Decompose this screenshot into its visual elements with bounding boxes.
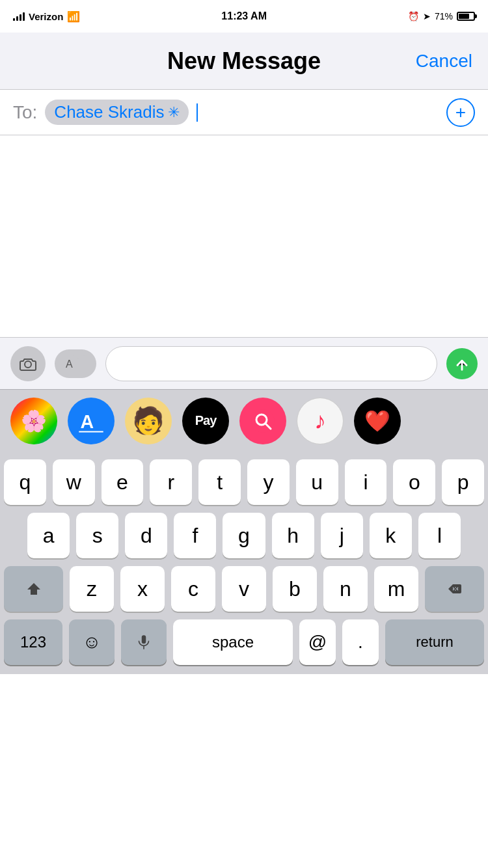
app-appstore-button[interactable]: A bbox=[68, 398, 115, 444]
key-c[interactable]: c bbox=[171, 566, 215, 612]
key-l[interactable]: l bbox=[418, 513, 461, 558]
message-input[interactable] bbox=[115, 355, 427, 373]
key-h[interactable]: h bbox=[272, 513, 314, 558]
svg-rect-3 bbox=[78, 355, 90, 372]
app-memoji-button[interactable]: 🧑 bbox=[125, 398, 172, 444]
recipient-chip[interactable]: Chase Skradis ✳ bbox=[45, 100, 189, 125]
app-strip: 🌸 A 🧑 Pay ♪ ❤️ bbox=[0, 389, 488, 452]
mic-icon bbox=[135, 634, 152, 651]
music-icon: ♪ bbox=[314, 407, 326, 435]
shift-key[interactable] bbox=[4, 566, 63, 612]
keyboard: q w e r t y u i o p a s d f g h j k l z … bbox=[0, 452, 488, 674]
keyboard-row-3: z x c v b n m bbox=[4, 566, 484, 612]
appstore-icon: A bbox=[60, 355, 91, 373]
key-t[interactable]: t bbox=[198, 459, 241, 505]
compose-area[interactable] bbox=[0, 135, 488, 337]
key-g[interactable]: g bbox=[223, 513, 265, 558]
status-time: 11:23 AM bbox=[221, 10, 267, 22]
mic-key[interactable] bbox=[121, 619, 167, 665]
app-heart-button[interactable]: ❤️ bbox=[354, 398, 401, 444]
signal-bars bbox=[13, 12, 25, 21]
app-applepay-button[interactable]: Pay bbox=[182, 398, 229, 444]
app-music-button[interactable]: ♪ bbox=[297, 398, 344, 444]
at-key[interactable]: @ bbox=[299, 619, 336, 665]
numbers-key[interactable]: 123 bbox=[4, 619, 62, 665]
app-search-button[interactable] bbox=[239, 398, 286, 444]
memoji-spinner-icon: ✳ bbox=[168, 104, 180, 121]
alarm-icon: ⏰ bbox=[408, 11, 419, 21]
emoji-key[interactable]: ☺ bbox=[69, 619, 115, 665]
key-y[interactable]: y bbox=[247, 459, 290, 505]
camera-button[interactable] bbox=[10, 346, 46, 381]
search-strip-icon bbox=[250, 408, 276, 434]
key-s[interactable]: s bbox=[76, 513, 118, 558]
period-key[interactable]: . bbox=[342, 619, 379, 665]
plus-icon: + bbox=[455, 103, 466, 122]
battery-container bbox=[457, 12, 475, 21]
key-d[interactable]: d bbox=[125, 513, 167, 558]
key-x[interactable]: x bbox=[120, 566, 165, 612]
key-v[interactable]: v bbox=[222, 566, 266, 612]
camera-icon bbox=[19, 355, 37, 373]
signal-bar-2 bbox=[16, 16, 18, 21]
signal-bar-4 bbox=[23, 12, 25, 21]
key-w[interactable]: w bbox=[53, 459, 95, 505]
delete-key[interactable] bbox=[425, 566, 484, 612]
key-m[interactable]: m bbox=[374, 566, 418, 612]
send-arrow-icon bbox=[453, 355, 471, 373]
key-i[interactable]: i bbox=[345, 459, 387, 505]
signal-bar-3 bbox=[20, 14, 21, 21]
svg-point-0 bbox=[25, 361, 31, 368]
key-z[interactable]: z bbox=[70, 566, 114, 612]
svg-text:A: A bbox=[66, 359, 73, 370]
wifi-icon: 📶 bbox=[67, 10, 80, 23]
keyboard-row-1: q w e r t y u i o p bbox=[4, 459, 484, 505]
recipient-name: Chase Skradis bbox=[54, 102, 164, 122]
carrier-name: Verizon bbox=[29, 11, 63, 22]
text-cursor bbox=[197, 103, 198, 122]
svg-rect-11 bbox=[142, 635, 146, 644]
imessage-toolbar: A bbox=[0, 337, 488, 389]
key-j[interactable]: j bbox=[321, 513, 363, 558]
space-key[interactable]: space bbox=[173, 619, 293, 665]
keyboard-bottom-row: 123 ☺ space @ . return bbox=[4, 619, 484, 670]
applepay-icon: Pay bbox=[195, 413, 217, 428]
return-key[interactable]: return bbox=[385, 619, 484, 665]
appstore-strip-icon: A bbox=[77, 407, 105, 435]
svg-text:A: A bbox=[81, 411, 94, 432]
battery-percent: 71% bbox=[435, 11, 453, 21]
cancel-button[interactable]: Cancel bbox=[416, 51, 472, 72]
key-e[interactable]: e bbox=[102, 459, 144, 505]
appstore-button[interactable]: A bbox=[55, 349, 96, 378]
message-input-container[interactable] bbox=[105, 346, 437, 381]
status-left: Verizon 📶 bbox=[13, 10, 80, 23]
heart-icon: ❤️ bbox=[364, 409, 390, 433]
key-f[interactable]: f bbox=[174, 513, 216, 558]
key-r[interactable]: r bbox=[150, 459, 192, 505]
status-bar: Verizon 📶 11:23 AM ⏰ ➤ 71% bbox=[0, 0, 488, 33]
send-button[interactable] bbox=[446, 348, 478, 379]
key-o[interactable]: o bbox=[393, 459, 435, 505]
nav-title: New Message bbox=[167, 47, 321, 75]
key-n[interactable]: n bbox=[323, 566, 368, 612]
location-icon: ➤ bbox=[423, 11, 431, 21]
battery-icon bbox=[457, 12, 475, 21]
key-k[interactable]: k bbox=[370, 513, 412, 558]
to-field: To: Chase Skradis ✳ + bbox=[0, 90, 488, 135]
to-label: To: bbox=[13, 102, 37, 123]
key-a[interactable]: a bbox=[27, 513, 70, 558]
nav-bar: New Message Cancel bbox=[0, 33, 488, 90]
keyboard-row-2: a s d f g h j k l bbox=[4, 513, 484, 558]
photos-icon: 🌸 bbox=[21, 409, 47, 433]
signal-bar-1 bbox=[13, 18, 15, 21]
key-b[interactable]: b bbox=[273, 566, 317, 612]
shift-icon bbox=[26, 581, 42, 597]
delete-icon bbox=[447, 581, 463, 597]
add-recipient-button[interactable]: + bbox=[446, 98, 475, 127]
key-p[interactable]: p bbox=[442, 459, 484, 505]
status-right: ⏰ ➤ 71% bbox=[408, 11, 475, 21]
app-photos-button[interactable]: 🌸 bbox=[10, 398, 57, 444]
battery-fill bbox=[459, 14, 469, 19]
key-q[interactable]: q bbox=[4, 459, 46, 505]
key-u[interactable]: u bbox=[296, 459, 338, 505]
